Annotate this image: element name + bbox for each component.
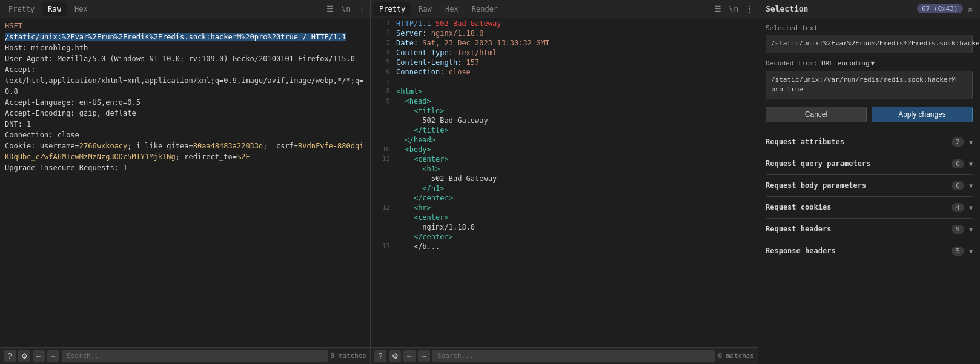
resp-line-9d: </head> (371, 136, 758, 145)
middle-panel: Pretty Raw Hex Render ☰ \n ⋮ 1 HTTP/1.1 … (371, 0, 758, 364)
middle-next-btn[interactable]: → (418, 350, 430, 362)
accordion-badge-request-query: 0 (952, 159, 964, 168)
left-tab-icons: ☰ \n ⋮ (325, 3, 368, 15)
right-panel: Selection 67 (0x43) ✕ Selected text /sta… (758, 0, 980, 364)
left-bottom-bar: ? ⚙ ← → 0 matches (0, 347, 370, 364)
accordion-response-headers: Response headers 5 ▼ (766, 240, 973, 262)
accordion-request-query: Request query parameters 0 ▼ (766, 153, 973, 174)
method-line: HSET (5, 22, 22, 30)
chevron-down-icon: ▼ (871, 59, 875, 67)
middle-search-input[interactable] (432, 350, 715, 362)
apply-changes-button[interactable]: Apply changes (872, 107, 973, 122)
resp-line-7: 7 (371, 78, 758, 87)
selected-url-line: /static/unix:%2Fvar%2Frun%2Fredis%2Fredi… (5, 33, 346, 41)
accordion-request-body: Request body parameters 0 ▼ (766, 174, 973, 196)
decoded-from-row: Decoded from: URL encoding ▼ (766, 59, 973, 67)
right-panel-body: Selected text /static/unix:%2Fvar%2Frun%… (758, 18, 980, 364)
accept-lang-line: Accept-Language: en-US,en;q=0.5 (5, 98, 141, 107)
resp-line-12a: <center> (371, 213, 758, 223)
accordion-request-attributes: Request attributes 2 ▼ (766, 131, 973, 153)
stream-icon[interactable]: ☰ (325, 3, 336, 15)
accordion-title-request-cookies: Request cookies (766, 203, 952, 211)
resp-line-9a: <title> (371, 107, 758, 116)
middle-prev-btn[interactable]: ← (403, 350, 416, 362)
resp-line-12b: nginx/1.18.0 (371, 223, 758, 233)
accordion-title-request-body: Request body parameters (766, 181, 952, 190)
left-settings-btn[interactable]: ⚙ (18, 350, 30, 362)
left-help-btn[interactable]: ? (4, 350, 16, 362)
selected-text-label: Selected text (766, 24, 973, 32)
middle-tab-bar: Pretty Raw Hex Render ☰ \n ⋮ (371, 0, 758, 18)
decoded-type-select[interactable]: URL encoding ▼ (821, 59, 875, 67)
left-next-btn[interactable]: → (47, 350, 59, 362)
right-panel-title: Selection (766, 4, 808, 13)
left-search-input[interactable] (62, 350, 328, 362)
chevron-right-icon-2: ▼ (969, 160, 973, 167)
resp-line-5: 5 Content-Length: 157 (371, 58, 758, 68)
accordion-title-request-headers: Request headers (766, 225, 952, 233)
chevron-right-icon-4: ▼ (969, 204, 973, 211)
accordion-badge-request-headers: 9 (952, 225, 964, 234)
middle-more-icon[interactable]: ⋮ (744, 3, 755, 15)
resp-line-8: 8 <html> (371, 87, 758, 97)
tab-render-middle[interactable]: Render (466, 2, 504, 16)
resp-line-2: 2 Server: nginx/1.18.0 (371, 29, 758, 39)
resp-line-12: 12 <hr> (371, 204, 758, 213)
accordion-title-request-attributes: Request attributes (766, 137, 952, 146)
accept-line: Accept: text/html,application/xhtml+xml,… (5, 65, 363, 96)
tab-pretty-middle[interactable]: Pretty (373, 2, 411, 16)
accordion-header-request-headers[interactable]: Request headers 9 ▼ (766, 219, 973, 240)
resp-line-11c: </h1> (371, 184, 758, 194)
close-right-panel-btn[interactable]: ✕ (968, 4, 973, 14)
resp-line-9b: 502 Bad Gateway (371, 116, 758, 126)
decoded-from-label: Decoded from: (766, 59, 818, 67)
tab-hex-middle[interactable]: Hex (439, 2, 465, 16)
chevron-right-icon: ▼ (969, 139, 973, 145)
resp-line-11b: 502 Bad Gateway (371, 174, 758, 184)
middle-wrap-icon[interactable]: \n (727, 3, 740, 15)
accordion-header-request-cookies[interactable]: Request cookies 4 ▼ (766, 197, 973, 218)
wrap-icon[interactable]: \n (339, 3, 353, 15)
accordion-title-request-query: Request query parameters (766, 159, 952, 168)
middle-settings-btn[interactable]: ⚙ (389, 350, 401, 362)
accordion-header-request-query[interactable]: Request query parameters 0 ▼ (766, 153, 973, 174)
selection-badge: 67 (0x43) (917, 4, 963, 13)
resp-line-10: 10 <body> (371, 145, 758, 155)
tab-raw-middle[interactable]: Raw (412, 2, 438, 16)
cookie-line: Cookie: username=2766wxkoacy; i_like_git… (5, 142, 363, 161)
accordion-header-response-headers[interactable]: Response headers 5 ▼ (766, 240, 973, 262)
middle-help-btn[interactable]: ? (374, 350, 386, 362)
accordion-badge-request-body: 0 (952, 181, 964, 190)
middle-bottom-bar: ? ⚙ ← → 0 matches (371, 347, 758, 364)
accordion-header-request-body[interactable]: Request body parameters 0 ▼ (766, 175, 973, 196)
middle-stream-icon[interactable]: ☰ (712, 3, 723, 15)
accordion-header-request-attributes[interactable]: Request attributes 2 ▼ (766, 131, 973, 153)
tab-hex-left[interactable]: Hex (68, 2, 94, 16)
resp-line-9: 9 <head> (371, 97, 758, 107)
tab-raw-left[interactable]: Raw (42, 2, 67, 16)
left-prev-btn[interactable]: ← (33, 350, 45, 362)
resp-line-13: 13 </b... (371, 242, 758, 252)
right-panel-header: Selection 67 (0x43) ✕ (758, 0, 980, 18)
selected-text-value: /static/unix:%2Fvar%2Frun%2Fredis%2Fredi… (766, 35, 973, 53)
accordion-title-response-headers: Response headers (766, 247, 952, 255)
middle-match-count: 0 matches (718, 352, 754, 360)
accordion-badge-request-cookies: 4 (952, 203, 964, 212)
accordion-badge-response-headers: 5 (952, 247, 964, 256)
tab-pretty-left[interactable]: Pretty (2, 2, 41, 16)
more-icon[interactable]: ⋮ (356, 3, 368, 15)
connection-line: Connection: close (5, 131, 79, 139)
decoded-value-box: /static/unix:/var/run/redis/redis.sock:h… (766, 71, 973, 99)
middle-code-area: 1 HTTP/1.1 502 Bad Gateway 2 Server: ngi… (371, 18, 758, 347)
chevron-right-icon-3: ▼ (969, 182, 973, 189)
resp-line-12c: </center> (371, 233, 758, 242)
cancel-button[interactable]: Cancel (766, 107, 867, 122)
resp-line-9c: </title> (371, 126, 758, 136)
left-tab-bar: Pretty Raw Hex ☰ \n ⋮ (0, 0, 370, 18)
left-panel: Pretty Raw Hex ☰ \n ⋮ HSET /static/unix:… (0, 0, 371, 364)
accordion-badge-request-attributes: 2 (952, 137, 964, 147)
resp-line-11: 11 <center> (371, 155, 758, 165)
resp-line-11d: </center> (371, 194, 758, 204)
left-raw-content: HSET /static/unix:%2Fvar%2Frun%2Fredis%2… (0, 18, 370, 347)
resp-line-4: 4 Content-Type: text/html (371, 48, 758, 58)
